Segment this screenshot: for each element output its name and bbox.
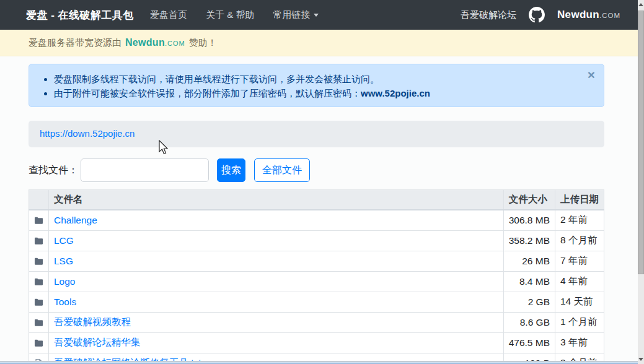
nav-links: 爱盘首页 关于 & 帮助 常用链接 — [150, 9, 319, 21]
search-label: 查找文件： — [29, 164, 78, 177]
header-icon-col — [29, 190, 49, 210]
newdun-logo[interactable]: Newdun.COM — [557, 9, 620, 21]
row-icon-cell — [29, 312, 49, 332]
row-size-cell: 476.5 MB — [503, 332, 555, 353]
scrollbar-up-arrow-icon[interactable] — [638, 3, 643, 6]
table-row: 吾爱破解视频教程 8.6 GB 1 个月前 — [29, 312, 604, 332]
folder-icon — [34, 257, 43, 266]
row-size-cell: 306.8 MB — [503, 210, 555, 230]
info-alert: 爱盘限制多线程下载访问，请使用单线程进行下载访问，多并发会被禁止访问。 由于附件… — [29, 64, 604, 107]
row-date-cell: 14 天前 — [555, 292, 604, 312]
row-size-cell: 8.4 MB — [503, 271, 555, 292]
row-size-cell: 358.2 MB — [503, 230, 555, 251]
row-icon-cell — [29, 210, 49, 230]
row-name-cell: 吾爱破解论坛精华集 — [49, 332, 504, 353]
row-icon-cell — [29, 332, 49, 353]
file-table: 文件名 文件大小 上传日期 Challenge 306.8 MB 2 年前 LC… — [29, 189, 604, 364]
file-link[interactable]: Logo — [54, 276, 75, 287]
folder-icon — [34, 216, 43, 225]
row-size-cell: 2 GB — [503, 292, 555, 312]
github-octocat-icon — [529, 7, 545, 23]
search-input[interactable] — [81, 158, 209, 182]
row-name-cell: Challenge — [49, 210, 504, 230]
row-name-cell: 吾爱破解视频教程 — [49, 312, 504, 332]
row-name-cell: LCG — [49, 230, 504, 251]
sponsor-brand: Newdun — [125, 37, 165, 48]
row-size-cell: 8.6 GB — [503, 312, 555, 332]
row-date-cell: 8 个月前 — [555, 230, 604, 251]
search-button[interactable]: 搜索 — [217, 158, 245, 182]
scrollbar-thumb[interactable] — [638, 11, 644, 274]
newdun-logo-text: Newdun — [557, 9, 599, 20]
alert-item-2-bold: www.52pojie.cn — [361, 88, 430, 98]
table-row: 吾爱破解论坛精华集 476.5 MB 3 年前 — [29, 332, 604, 353]
table-row: Challenge 306.8 MB 2 年前 — [29, 210, 604, 230]
row-date-cell: 1 个月前 — [555, 312, 604, 332]
folder-icon — [34, 298, 43, 306]
forum-link[interactable]: 吾爱破解论坛 — [461, 9, 516, 21]
row-date-cell: 3 年前 — [555, 332, 604, 353]
row-icon-cell — [29, 271, 49, 292]
breadcrumb: https://down.52pojie.cn — [29, 121, 604, 147]
breadcrumb-root-link[interactable]: https://down.52pojie.cn — [40, 128, 135, 139]
folder-icon — [34, 277, 43, 286]
all-files-button[interactable]: 全部文件 — [254, 158, 310, 182]
folder-icon — [34, 318, 43, 327]
row-icon-cell — [29, 230, 49, 251]
row-icon-cell — [29, 251, 49, 271]
nav-link-about-help[interactable]: 关于 & 帮助 — [206, 9, 254, 21]
newdun-logo-suffix: .COM — [599, 12, 620, 19]
row-name-cell: Logo — [49, 271, 504, 292]
row-name-cell: Tools — [49, 292, 504, 312]
info-alert-list: 爱盘限制多线程下载访问，请使用单线程进行下载访问，多并发会被禁止访问。 由于附件… — [54, 72, 579, 100]
sponsor-prefix: 爱盘服务器带宽资源由 — [29, 37, 121, 49]
alert-item-1: 爱盘限制多线程下载访问，请使用单线程进行下载访问，多并发会被禁止访问。 — [54, 72, 579, 86]
sponsor-suffix: 赞助！ — [189, 37, 217, 49]
table-row: LSG 26 MB 7 年前 — [29, 251, 604, 271]
folder-icon — [34, 339, 43, 347]
file-link[interactable]: Challenge — [54, 215, 97, 225]
table-row: Tools 2 GB 14 天前 — [29, 292, 604, 312]
search-form: 查找文件： 搜索 全部文件 — [29, 158, 604, 182]
row-date-cell: 7 年前 — [555, 251, 604, 271]
vertical-scrollbar[interactable] — [638, 0, 644, 364]
brand-title[interactable]: 爱盘 - 在线破解工具包 — [26, 8, 134, 22]
header-size-col: 文件大小 — [503, 190, 555, 210]
close-icon[interactable]: × — [588, 68, 595, 81]
file-link[interactable]: LCG — [54, 235, 74, 246]
row-size-cell: 26 MB — [503, 251, 555, 271]
file-link[interactable]: 吾爱破解视频教程 — [54, 316, 131, 327]
table-row: LCG 358.2 MB 8 个月前 — [29, 230, 604, 251]
alert-item-2: 由于附件可能被安全软件误报，部分附件添加了压缩密码，默认解压密码：www.52p… — [54, 86, 579, 100]
file-link[interactable]: 吾爱破解论坛精华集 — [54, 337, 141, 347]
file-link[interactable]: LSG — [54, 256, 73, 266]
chevron-down-icon — [314, 14, 319, 17]
sponsor-newdun-link[interactable]: Newdun.COM — [125, 37, 185, 48]
sponsor-brand-suffix: .COM — [165, 40, 185, 47]
window-bottom-edge — [0, 361, 638, 364]
sponsor-banner: 爱盘服务器带宽资源由 Newdun.COM 赞助！ — [0, 30, 638, 56]
file-link[interactable]: Tools — [54, 297, 76, 307]
github-link[interactable] — [529, 7, 545, 23]
folder-icon — [34, 236, 43, 245]
top-navbar: 爱盘 - 在线破解工具包 爱盘首页 关于 & 帮助 常用链接 吾爱破解论坛 Ne… — [0, 0, 638, 30]
row-date-cell: 4 年前 — [555, 271, 604, 292]
nav-link-common-links-dropdown[interactable]: 常用链接 — [273, 9, 319, 21]
alert-item-1-text: 爱盘限制多线程下载访问，请使用单线程进行下载访问，多并发会被禁止访问。 — [54, 74, 379, 84]
row-icon-cell — [29, 292, 49, 312]
table-row: Logo 8.4 MB 4 年前 — [29, 271, 604, 292]
row-name-cell: LSG — [49, 251, 504, 271]
nav-link-common-links-label: 常用链接 — [273, 9, 310, 21]
alert-item-2-text: 由于附件可能被安全软件误报，部分附件添加了压缩密码，默认解压密码： — [54, 88, 361, 98]
scrollbar-down-arrow-icon[interactable] — [638, 358, 643, 361]
row-date-cell: 2 年前 — [555, 210, 604, 230]
nav-right: 吾爱破解论坛 Newdun.COM — [461, 7, 620, 23]
header-name-col: 文件名 — [49, 190, 504, 210]
nav-link-home[interactable]: 爱盘首页 — [150, 9, 187, 21]
header-date-col: 上传日期 — [555, 190, 604, 210]
page: 爱盘 - 在线破解工具包 爱盘首页 关于 & 帮助 常用链接 吾爱破解论坛 Ne… — [0, 0, 638, 364]
file-table-header: 文件名 文件大小 上传日期 — [29, 190, 604, 210]
